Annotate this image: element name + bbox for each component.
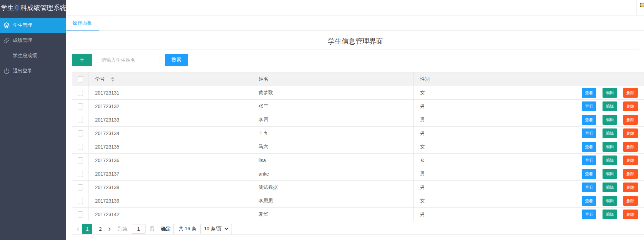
view-button[interactable]: 查看 (582, 142, 596, 152)
row-checkbox[interactable] (78, 198, 83, 204)
sidebar-item-score-management[interactable]: 成绩管理 (0, 33, 66, 48)
delete-button[interactable]: 删除 (623, 142, 638, 152)
edit-button[interactable]: 编辑 (603, 128, 617, 138)
sidebar: 学生单科成绩管理系统 学生管理 成绩管理 学生总成绩 (0, 0, 66, 240)
edit-button[interactable]: 编辑 (603, 115, 617, 125)
cell-name: 袁华 (252, 208, 414, 221)
cell-gender: 男 (414, 181, 576, 194)
tab-operation-panel[interactable]: 操作面板 (66, 16, 99, 30)
cell-student-id: 201723134 (89, 127, 252, 140)
view-button[interactable]: 查看 (582, 88, 596, 98)
row-checkbox[interactable] (78, 90, 83, 96)
delete-button[interactable]: 删除 (623, 183, 638, 192)
edit-button[interactable]: 编辑 (603, 169, 617, 179)
menu-icon[interactable] (640, 3, 644, 8)
delete-button[interactable]: 删除 (623, 155, 638, 165)
view-button[interactable]: 查看 (582, 101, 596, 111)
jump-page-input[interactable] (132, 224, 146, 234)
pagination: ‹ 1 2 › 到第 页 确定 共 16 条 10 条/页 (72, 223, 644, 235)
cell-student-id: 201723133 (89, 113, 252, 127)
edit-button[interactable]: 编辑 (603, 196, 617, 206)
view-button[interactable]: 查看 (582, 115, 596, 125)
cell-gender: 女 (414, 194, 576, 208)
delete-button[interactable]: 删除 (623, 169, 638, 179)
table-row: 201723137 arike 男 查看 编辑 删除 (72, 167, 644, 181)
edit-button[interactable]: 编辑 (603, 183, 617, 192)
edit-button[interactable]: 编辑 (603, 142, 617, 152)
search-button[interactable]: 搜索 (165, 54, 188, 66)
cell-gender: 男 (414, 208, 576, 221)
view-button[interactable]: 查看 (582, 169, 596, 179)
cell-student-id: 201723139 (89, 194, 252, 208)
page-size-select[interactable]: 10 条/页 (200, 224, 232, 234)
sidebar-item-student-management[interactable]: 学生管理 (0, 18, 66, 33)
delete-button[interactable]: 删除 (623, 115, 638, 125)
row-checkbox[interactable] (78, 117, 83, 123)
cell-name: 黄梦歌 (252, 86, 414, 100)
row-checkbox[interactable] (78, 184, 83, 190)
sidebar-item-total-score[interactable]: 学生总成绩 (0, 48, 66, 63)
column-header-gender: 性别 (414, 72, 576, 86)
view-button[interactable]: 查看 (582, 183, 596, 192)
row-checkbox[interactable] (78, 171, 83, 177)
column-header-actions (576, 72, 644, 86)
edit-button[interactable]: 编辑 (603, 88, 617, 98)
jump-suffix-label: 页 (150, 226, 155, 232)
cell-name: arike (252, 167, 414, 181)
toolbar: + 搜索 (72, 54, 188, 66)
cell-gender: 男 (414, 113, 576, 127)
delete-button[interactable]: 删除 (623, 88, 638, 98)
table-row: 201723134 王五 男 查看 编辑 删除 (72, 127, 644, 140)
prev-page-button[interactable]: ‹ (77, 224, 79, 234)
add-student-button[interactable]: + (72, 54, 92, 66)
edit-button[interactable]: 编辑 (603, 101, 617, 111)
cell-gender: 男 (414, 167, 576, 181)
next-page-button[interactable]: › (108, 224, 111, 234)
view-button[interactable]: 查看 (582, 128, 596, 138)
table-row: 201723139 李思思 女 查看 编辑 删除 (72, 194, 644, 208)
cell-name: 测试数据 (252, 181, 414, 194)
edit-button[interactable]: 编辑 (603, 210, 617, 219)
search-input[interactable] (97, 54, 159, 66)
cell-name: 李思思 (252, 194, 414, 208)
select-all-checkbox[interactable] (78, 76, 83, 82)
row-checkbox[interactable] (78, 211, 83, 217)
cell-gender: 女 (414, 140, 576, 154)
cell-student-id: 201723136 (89, 154, 252, 167)
page-button-2[interactable]: 2 (95, 224, 105, 234)
app-title: 学生单科成绩管理系统 (0, 0, 66, 16)
cell-student-id: 201723132 (89, 100, 252, 113)
sidebar-item-logout[interactable]: 退出登录 (0, 63, 66, 79)
row-checkbox[interactable] (78, 144, 83, 150)
table-row: 201723136 lisa 女 查看 编辑 删除 (72, 154, 644, 167)
edit-button[interactable]: 编辑 (603, 155, 617, 165)
cell-student-id: 201723137 (89, 167, 252, 181)
power-icon (3, 68, 10, 74)
sort-caret-icon[interactable] (111, 77, 114, 82)
page-size-value: 10 条/页 (204, 226, 222, 232)
total-count-label: 共 16 条 (179, 226, 196, 232)
view-button[interactable]: 查看 (582, 210, 596, 219)
cell-student-id: 201723131 (89, 86, 252, 100)
delete-button[interactable]: 删除 (623, 128, 638, 138)
sidebar-item-label: 成绩管理 (13, 37, 32, 44)
delete-button[interactable]: 删除 (623, 101, 638, 111)
view-button[interactable]: 查看 (582, 155, 596, 165)
column-header-name: 姓名 (252, 72, 414, 86)
view-button[interactable]: 查看 (582, 196, 596, 206)
delete-button[interactable]: 删除 (623, 196, 638, 206)
sidebar-item-label: 退出登录 (13, 68, 32, 74)
sidebar-item-label: 学生总成绩 (13, 53, 37, 59)
table-row: 201723142 袁华 男 查看 编辑 删除 (72, 208, 644, 221)
cell-name: 王五 (252, 127, 414, 140)
row-checkbox[interactable] (78, 157, 83, 163)
row-checkbox[interactable] (78, 103, 83, 109)
delete-button[interactable]: 删除 (623, 210, 638, 219)
row-checkbox[interactable] (78, 130, 83, 136)
table-row: 201723133 李四 男 查看 编辑 删除 (72, 113, 644, 127)
confirm-button[interactable]: 确定 (158, 224, 174, 234)
page-button-1[interactable]: 1 (82, 224, 92, 234)
table-row: 201723131 黄梦歌 女 查看 编辑 删除 (72, 86, 644, 100)
table-row: 201723132 张三 男 查看 编辑 删除 (72, 100, 644, 113)
cell-name: lisa (252, 154, 414, 167)
